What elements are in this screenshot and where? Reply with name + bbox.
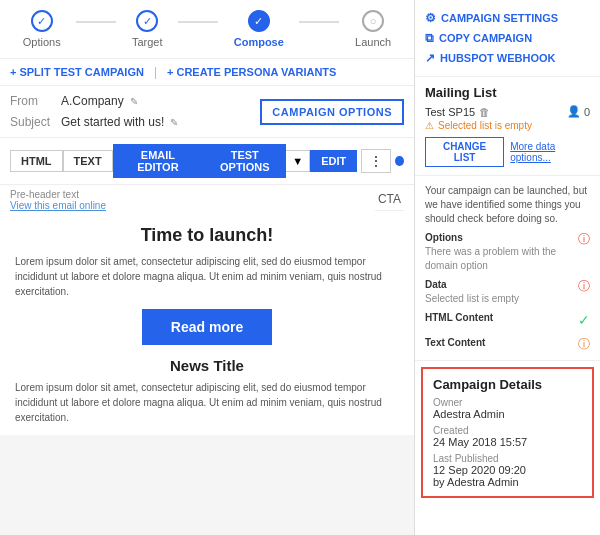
step-options[interactable]: ✓ Options (23, 10, 61, 48)
copy-icon: ⧉ (425, 31, 434, 45)
trash-icon[interactable]: 🗑 (479, 106, 490, 118)
step-target[interactable]: ✓ Target (132, 10, 163, 48)
person-icon: 👤 (567, 105, 581, 118)
step-circle-options: ✓ (31, 10, 53, 32)
mailing-list-section: Mailing List Test SP15 🗑 👤 0 ⚠ Selected … (415, 77, 600, 176)
check-options: Options There was a problem with the dom… (425, 231, 590, 273)
change-list-button[interactable]: CHANGE LIST (425, 137, 504, 167)
step-circle-launch: ○ (362, 10, 384, 32)
check-html: HTML Content ✓ (425, 311, 590, 331)
campaign-details-title: Campaign Details (433, 377, 582, 392)
email-editor-button[interactable]: EMAIL EDITOR (113, 144, 204, 178)
last-published-row: Last Published 12 Sep 2020 09:20 by Ades… (433, 453, 582, 488)
warning-icon: ⚠ (425, 120, 434, 131)
edit-button[interactable]: EDIT (310, 150, 357, 172)
right-panel: ⚙ CAMPAIGN SETTINGS ⧉ COPY CAMPAIGN ↗ HU… (415, 0, 600, 535)
from-edit-icon[interactable]: ✎ (130, 96, 138, 107)
news-body-text: Lorem ipsum dolor sit amet, consectetur … (15, 380, 399, 425)
email-title: Time to launch! (15, 225, 399, 246)
change-list-row: CHANGE LIST More data options... (425, 137, 590, 167)
data-status-icon: ⓘ (578, 278, 590, 295)
step-label-options: Options (23, 36, 61, 48)
text-button[interactable]: TEXT (63, 150, 113, 172)
email-body-text: Lorem ipsum dolor sit amet, consectetur … (15, 254, 399, 299)
test-options-arrow[interactable]: ▼ (286, 150, 310, 172)
split-test-link[interactable]: SPLIT TEST CAMPAIGN (10, 66, 144, 78)
step-launch[interactable]: ○ Launch (355, 10, 391, 48)
created-value: 24 May 2018 15:57 (433, 436, 582, 448)
preview-topbar: Pre-header text View this email online C… (0, 185, 414, 215)
created-label: Created (433, 425, 582, 436)
read-more-button[interactable]: Read more (142, 309, 272, 345)
mailing-list-title: Mailing List (425, 85, 590, 100)
news-title: News Title (15, 357, 399, 374)
owner-value: Adestra Admin (433, 408, 582, 420)
launch-warning-text: Your campaign can be launched, but we ha… (425, 184, 590, 226)
last-published-value: 12 Sep 2020 09:20 (433, 464, 582, 476)
text-status-icon: ⓘ (578, 336, 590, 353)
hubspot-webhook-link[interactable]: ↗ HUBSPOT WEBHOOK (425, 48, 590, 68)
preheader-text: Pre-header text (10, 189, 106, 200)
gear-icon: ⚙ (425, 11, 436, 25)
mailing-warning: ⚠ Selected list is empty (425, 120, 590, 131)
more-button[interactable]: ⋮ (361, 149, 391, 173)
step-connector-2 (178, 21, 218, 23)
last-published-by: by Adestra Admin (433, 476, 582, 488)
step-compose[interactable]: ✓ Compose (234, 10, 284, 48)
campaign-details-section: Campaign Details Owner Adestra Admin Cre… (421, 367, 594, 498)
step-label-target: Target (132, 36, 163, 48)
webhook-icon: ↗ (425, 51, 435, 65)
test-options-main[interactable]: TEST OPTIONS (203, 144, 286, 178)
launch-warnings-section: Your campaign can be launched, but we ha… (415, 176, 600, 361)
subject-edit-icon[interactable]: ✎ (170, 117, 178, 128)
check-text: Text Content ⓘ (425, 336, 590, 353)
owner-label: Owner (433, 397, 582, 408)
mailing-count: 👤 0 (567, 105, 590, 118)
steps-bar: ✓ Options ✓ Target ✓ Compose ○ Launch (0, 0, 414, 59)
owner-row: Owner Adestra Admin (433, 397, 582, 420)
step-circle-target: ✓ (136, 10, 158, 32)
check-data: Data Selected list is empty ⓘ (425, 278, 590, 306)
mailing-list-row: Test SP15 🗑 👤 0 (425, 105, 590, 118)
html-button[interactable]: HTML (10, 150, 63, 172)
step-connector-1 (76, 21, 116, 23)
cta-label: CTA (375, 189, 404, 211)
step-connector-3 (299, 21, 339, 23)
email-preview-inner: Pre-header text View this email online C… (0, 185, 414, 435)
html-status-icon: ✓ (578, 311, 590, 331)
step-label-launch: Launch (355, 36, 391, 48)
toolbar: HTML TEXT EMAIL EDITOR TEST OPTIONS ▼ ED… (0, 138, 414, 185)
subject-label: Subject (10, 115, 55, 129)
subject-value: Get started with us! (61, 115, 164, 129)
mailing-list-name: Test SP15 🗑 (425, 106, 490, 118)
copy-campaign-link[interactable]: ⧉ COPY CAMPAIGN (425, 28, 590, 48)
test-options-split: TEST OPTIONS ▼ (203, 144, 310, 178)
subject-row: Subject Get started with us! ✎ (10, 113, 178, 131)
step-label-compose: Compose (234, 36, 284, 48)
right-top-links: ⚙ CAMPAIGN SETTINGS ⧉ COPY CAMPAIGN ↗ HU… (415, 0, 600, 77)
options-status-icon: ⓘ (578, 231, 590, 248)
view-link[interactable]: View this email online (10, 200, 106, 211)
from-row: From A.Company ✎ (10, 92, 178, 110)
more-data-link[interactable]: More data options... (510, 141, 590, 163)
created-row: Created 24 May 2018 15:57 (433, 425, 582, 448)
last-published-label: Last Published (433, 453, 582, 464)
email-body: Time to launch! Lorem ipsum dolor sit am… (0, 215, 414, 435)
email-meta-fields: From A.Company ✎ Subject Get started wit… (10, 92, 178, 131)
status-dot (395, 156, 404, 166)
from-value: A.Company (61, 94, 124, 108)
left-panel: ✓ Options ✓ Target ✓ Compose ○ Launch SP… (0, 0, 415, 535)
step-circle-compose: ✓ (248, 10, 270, 32)
email-meta-section: From A.Company ✎ Subject Get started wit… (0, 86, 414, 138)
campaign-settings-link[interactable]: ⚙ CAMPAIGN SETTINGS (425, 8, 590, 28)
campaign-options-button[interactable]: CAMPAIGN OPTIONS (260, 99, 404, 125)
action-bar: SPLIT TEST CAMPAIGN | CREATE PERSONA VAR… (0, 59, 414, 86)
persona-variants-link[interactable]: CREATE PERSONA VARIANTS (167, 66, 336, 78)
email-preview: Pre-header text View this email online C… (0, 185, 414, 535)
from-label: From (10, 94, 55, 108)
